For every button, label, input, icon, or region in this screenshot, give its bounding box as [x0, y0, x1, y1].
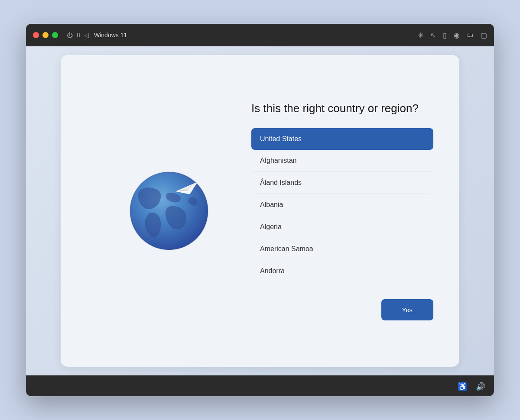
main-content: Is this the right country or region? Uni…	[26, 46, 494, 375]
globe-svg	[126, 168, 212, 254]
folder-icon[interactable]: 🗂	[467, 31, 474, 39]
right-panel: Is this the right country or region? Uni…	[251, 101, 433, 320]
minimize-button[interactable]	[42, 32, 49, 38]
country-item-aland-islands[interactable]: Åland Islands	[251, 171, 433, 194]
maximize-button[interactable]	[52, 32, 58, 38]
menu-icon[interactable]: ▢	[481, 31, 487, 39]
country-item-albania[interactable]: Albania	[251, 194, 433, 216]
brightness-icon[interactable]: ✳	[418, 31, 423, 39]
left-panel	[87, 168, 251, 254]
close-button[interactable]	[33, 32, 39, 38]
app-window: ⏻ ⏸ ◁ Windows 11 ✳ ↖ ▯ ◉ 🗂 ▢	[26, 24, 494, 396]
audio-icon[interactable]: 🔊	[476, 382, 485, 391]
window-controls	[33, 32, 58, 38]
titlebar-icons: ⏻ ⏸ ◁	[67, 32, 89, 39]
cursor-icon[interactable]: ↖	[430, 31, 436, 39]
country-item-american-samoa[interactable]: American Samoa	[251, 238, 433, 260]
page-heading: Is this the right country or region?	[251, 101, 433, 116]
yes-button[interactable]: Yes	[381, 299, 433, 320]
accessibility-icon[interactable]: ♿	[458, 382, 467, 391]
app-title: Windows 11	[94, 32, 127, 39]
country-list: United States Afghanistan Åland Islands …	[251, 128, 433, 282]
pause-icon: ⏸	[75, 32, 81, 39]
country-item-algeria[interactable]: Algeria	[251, 216, 433, 238]
battery-icon[interactable]: ▯	[443, 31, 447, 39]
country-item-andorra[interactable]: Andorra	[251, 260, 433, 282]
country-item-afghanistan[interactable]: Afghanistan	[251, 150, 433, 171]
globe-illustration	[126, 168, 212, 254]
titlebar-right-controls: ✳ ↖ ▯ ◉ 🗂 ▢	[418, 31, 487, 39]
bottombar: ♿ 🔊	[26, 375, 494, 396]
titlebar: ⏻ ⏸ ◁ Windows 11 ✳ ↖ ▯ ◉ 🗂 ▢	[26, 24, 494, 46]
setup-card: Is this the right country or region? Uni…	[61, 55, 459, 367]
back-icon: ◁	[84, 32, 89, 39]
power-icon: ⏻	[67, 32, 73, 39]
country-item-united-states[interactable]: United States	[251, 128, 433, 150]
button-row: Yes	[251, 299, 433, 320]
wifi-icon[interactable]: ◉	[454, 31, 460, 39]
